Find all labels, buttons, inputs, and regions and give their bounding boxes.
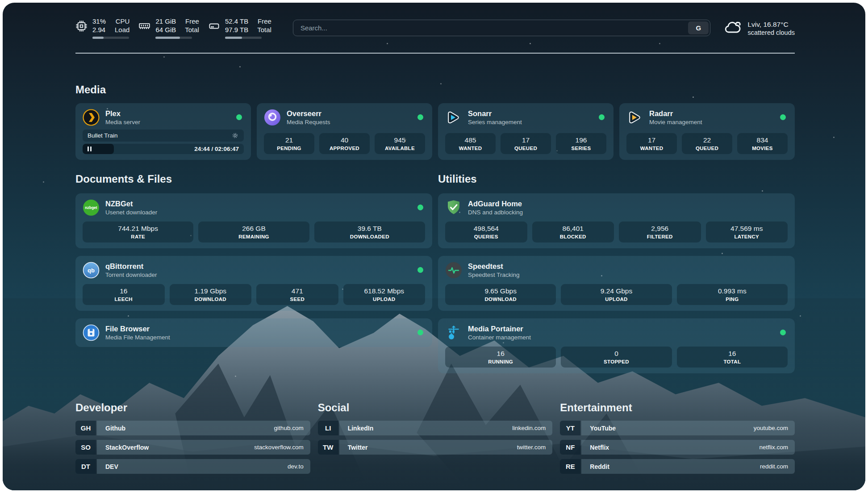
service-subtitle: DNS and adblocking bbox=[468, 209, 523, 216]
link-row-github[interactable]: GH Github github.com bbox=[75, 421, 310, 435]
speedtest-icon bbox=[445, 262, 462, 279]
link-row-youtube[interactable]: YT YouTube youtube.com bbox=[560, 421, 795, 435]
cpu-metric: 31% CPU 2.94 Load bbox=[75, 17, 129, 39]
link-url: stackoverflow.com bbox=[254, 444, 303, 451]
stat-value: 1.19 Gbps bbox=[194, 287, 226, 295]
link-row-linkedin[interactable]: LI LinkedIn linkedin.com bbox=[318, 421, 553, 435]
search-input[interactable] bbox=[293, 20, 711, 36]
service-card-speedtest[interactable]: Speedtest Speedtest Tracking 9.65 Gbps D… bbox=[438, 256, 795, 311]
link-row-twitter[interactable]: TW Twitter twitter.com bbox=[318, 440, 553, 455]
now-playing-title: Bullet Train bbox=[88, 132, 118, 139]
stat-label: TOTAL bbox=[723, 359, 741, 364]
stat-label: WANTED bbox=[640, 146, 664, 151]
disk-free-label: Free bbox=[257, 17, 271, 25]
stat-box: 17 WANTED bbox=[626, 133, 677, 154]
service-card-plex[interactable]: Plex Media server Bullet Train bbox=[75, 103, 251, 160]
cpu-progress-bar bbox=[92, 37, 129, 39]
link-row-netflix[interactable]: NF Netflix netflix.com bbox=[560, 440, 795, 455]
service-card-sonarr[interactable]: Sonarr Series management 485 WANTED 17 Q… bbox=[438, 103, 613, 160]
stat-value: 39.6 TB bbox=[358, 225, 382, 232]
service-card-filebrowser[interactable]: File Browser Media File Management bbox=[75, 318, 432, 347]
link-url: twitter.com bbox=[517, 444, 546, 451]
stat-value: 40 bbox=[341, 136, 348, 144]
link-row-reddit[interactable]: RE Reddit reddit.com bbox=[560, 459, 795, 474]
section-title-social: Social bbox=[318, 401, 553, 414]
link-url: dev.to bbox=[288, 463, 304, 470]
section-title-developer: Developer bbox=[75, 401, 310, 414]
section-title-documents: Documents & Files bbox=[75, 172, 432, 185]
adguard-icon bbox=[445, 199, 462, 216]
link-abbr: LI bbox=[318, 421, 338, 435]
entertainment-links: Entertainment YT YouTube youtube.com NF … bbox=[560, 401, 795, 474]
stat-label: PING bbox=[726, 297, 739, 302]
stat-box: 945 AVAILABLE bbox=[375, 133, 425, 154]
link-name: Twitter bbox=[348, 444, 368, 451]
developer-links: Developer GH Github github.com SO StackO… bbox=[75, 401, 310, 474]
weather-widget: Lviv, 16.87°C scattered clouds bbox=[724, 19, 795, 37]
stat-box: 16 LEECH bbox=[83, 284, 165, 305]
search-engine-button[interactable]: G bbox=[688, 21, 709, 34]
service-card-adguard[interactable]: AdGuard Home DNS and adblocking 498,564 … bbox=[438, 193, 795, 248]
service-subtitle: Movie management bbox=[649, 119, 702, 125]
cloud-icon bbox=[724, 19, 742, 37]
stat-value: 21 bbox=[285, 136, 293, 144]
service-card-overseerr[interactable]: Overseerr Media Requests 21 PENDING 40 A… bbox=[257, 103, 432, 160]
link-abbr: SO bbox=[75, 440, 96, 455]
utilities-column: Utilities AdGuard Home DNS and adblo bbox=[438, 172, 795, 373]
stat-label: DOWNLOAD bbox=[484, 297, 516, 302]
snow-specks bbox=[3, 3, 4, 4]
status-dot bbox=[417, 114, 423, 120]
service-card-qbittorrent[interactable]: qb qBittorrent Torrent downloader 16 bbox=[75, 256, 432, 311]
link-name: StackOverflow bbox=[105, 444, 149, 451]
stat-box: 266 GB REMAINING bbox=[198, 221, 309, 242]
svg-text:qb: qb bbox=[88, 267, 95, 274]
media-card-grid: Plex Media server Bullet Train bbox=[75, 103, 795, 160]
stat-label: DOWNLOAD bbox=[195, 297, 226, 302]
stat-box: 0 STOPPED bbox=[561, 347, 672, 368]
stat-box: 17 QUEUED bbox=[501, 133, 551, 154]
portainer-icon bbox=[445, 324, 462, 341]
cpu-icon bbox=[75, 20, 88, 32]
link-row-stackoverflow[interactable]: SO StackOverflow stackoverflow.com bbox=[75, 440, 310, 455]
memory-progress-bar bbox=[155, 37, 192, 39]
stat-value: 16 bbox=[120, 287, 127, 295]
playback-progress[interactable]: 24:44 / 02:06:47 bbox=[83, 144, 244, 154]
stat-box: 9.65 Gbps DOWNLOAD bbox=[445, 284, 556, 305]
service-subtitle: Media File Management bbox=[105, 334, 170, 341]
status-dot bbox=[417, 205, 423, 210]
service-card-radarr[interactable]: Radarr Movie management 17 WANTED 22 QUE… bbox=[619, 103, 795, 160]
link-abbr: TW bbox=[318, 440, 338, 455]
link-abbr: NF bbox=[560, 440, 580, 455]
service-card-portainer[interactable]: Media Portainer Container management 16 … bbox=[438, 318, 795, 373]
stat-value: 834 bbox=[757, 136, 768, 144]
section-title-entertainment: Entertainment bbox=[560, 401, 795, 414]
filebrowser-icon bbox=[83, 324, 100, 341]
overseerr-icon bbox=[264, 109, 281, 126]
service-subtitle: Media server bbox=[105, 119, 140, 125]
link-abbr: YT bbox=[560, 421, 580, 435]
link-name: Github bbox=[105, 425, 125, 432]
service-card-nzbget[interactable]: nzbget NZBGet Usenet downloader 744.21 M… bbox=[75, 193, 432, 248]
dashboard-page: 31% CPU 2.94 Load 21 GiB Free bbox=[0, 0, 868, 493]
disk-total-label: Total bbox=[257, 25, 271, 34]
stat-value: 86,401 bbox=[563, 225, 584, 232]
memory-total-label: Total bbox=[185, 25, 199, 34]
link-url: github.com bbox=[274, 425, 304, 431]
stat-label: UPLOAD bbox=[373, 297, 395, 302]
stat-label: STOPPED bbox=[604, 359, 629, 364]
stat-value: 945 bbox=[394, 136, 406, 144]
cpu-load-label: Load bbox=[115, 25, 129, 34]
stat-label: SERIES bbox=[572, 146, 591, 151]
stat-label: APPROVED bbox=[330, 146, 359, 151]
stat-value: 0.993 ms bbox=[718, 287, 747, 295]
search-bar: G bbox=[293, 20, 711, 36]
stat-label: RUNNING bbox=[488, 359, 513, 364]
stat-label: RATE bbox=[131, 234, 145, 239]
stat-box: 86,401 BLOCKED bbox=[532, 221, 614, 242]
link-row-dev[interactable]: DT DEV dev.to bbox=[75, 459, 310, 474]
cpu-usage-label: CPU bbox=[115, 17, 129, 25]
link-abbr: RE bbox=[560, 459, 580, 474]
pause-icon bbox=[88, 146, 92, 151]
service-title: File Browser bbox=[105, 325, 170, 334]
settings-icon[interactable] bbox=[231, 132, 239, 139]
